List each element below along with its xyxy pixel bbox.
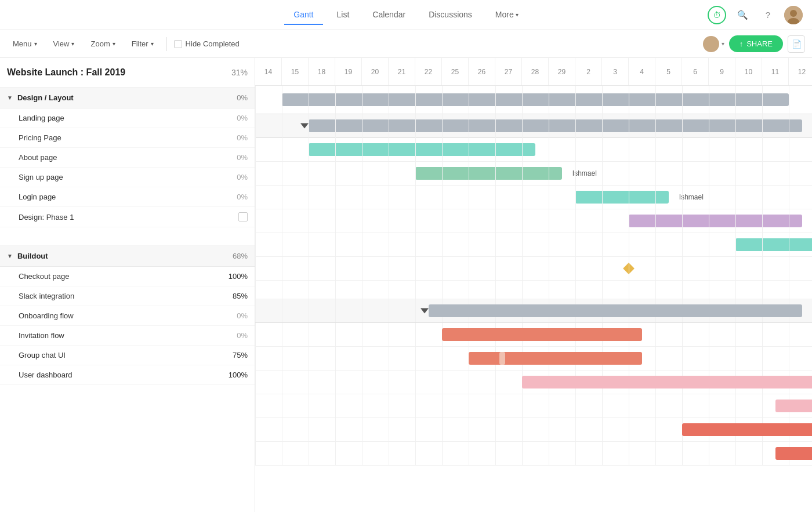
hide-completed-checkbox[interactable] [174, 40, 182, 48]
tab-discussions[interactable]: Discussions [419, 5, 481, 25]
toolbar-right: ▾ ↑ SHARE 📄 [703, 35, 805, 53]
date-col-14: 14 [255, 58, 282, 85]
date-col-15: 15 [282, 58, 309, 85]
gantt-row-spacer [255, 281, 812, 299]
date-col-5: 5 [655, 58, 682, 85]
gantt-row-buildout-group [255, 299, 812, 323]
gantt-row-login-page [255, 233, 812, 257]
gantt-bar[interactable] [415, 167, 562, 180]
task-design-phase1: Design: Phase 1 [0, 207, 255, 227]
date-col-10: 10 [735, 58, 762, 85]
gantt-bar[interactable] [522, 376, 812, 388]
date-col-11: 11 [762, 58, 789, 85]
task-signup-page: Sign up page 0% [0, 168, 255, 187]
gantt-row-about-page: Ishmael [255, 186, 812, 209]
user-avatar[interactable] [784, 6, 803, 24]
gantt-row-user-dashboard [255, 442, 812, 466]
date-col-9: 9 [709, 58, 735, 85]
chevron-down-icon: ▾ [516, 12, 519, 18]
gantt-label: Ishmael [572, 169, 597, 177]
clock-icon[interactable]: ⏱ [708, 6, 726, 24]
gantt-row-design-group [255, 114, 812, 138]
chevron-down-icon: ▾ [113, 41, 115, 47]
gantt-bar[interactable] [775, 447, 812, 460]
gantt-bar[interactable] [442, 328, 642, 341]
main-content: Website Launch : Fall 2019 31% ▼ Design … [0, 58, 812, 512]
gantt-chart: 141518192021222526272829234569101112 Ish… [255, 58, 812, 512]
project-percent: 31% [220, 68, 248, 77]
gantt-row-checkout-page [255, 323, 812, 347]
separator [166, 37, 167, 51]
task-slack-integration: Slack integration 85% [0, 286, 255, 306]
chevron-down-icon: ▾ [722, 41, 724, 47]
zoom-button[interactable]: Zoom ▾ [85, 37, 121, 51]
filter-button[interactable]: Filter ▾ [126, 37, 160, 51]
gantt-row-landing-page [255, 138, 812, 162]
date-col-20: 20 [362, 58, 389, 85]
share-icon: ↑ [740, 39, 744, 48]
group-name-design: Design / Layout [17, 93, 220, 102]
slack-remaining-bar [499, 352, 505, 365]
task-onboarding-flow: Onboarding flow 0% [0, 306, 255, 326]
gantt-bar[interactable] [309, 119, 802, 132]
date-col-21: 21 [389, 58, 415, 85]
date-col-22: 22 [415, 58, 442, 85]
gantt-body: IshmaelIshmael [255, 86, 812, 466]
gantt-header: 141518192021222526272829234569101112 [255, 58, 812, 86]
help-icon[interactable]: ? [759, 6, 777, 24]
sidebar: Website Launch : Fall 2019 31% ▼ Design … [0, 58, 255, 512]
date-col-29: 29 [549, 58, 575, 85]
task-checkout-page: Checkout page 100% [0, 267, 255, 286]
gantt-bar[interactable] [469, 352, 642, 365]
toolbar: Menu ▾ View ▾ Zoom ▾ Filter ▾ Hide Compl… [0, 30, 812, 58]
gantt-bar[interactable] [309, 143, 535, 156]
view-button[interactable]: View ▾ [48, 37, 81, 51]
gantt-row-onboarding-flow [255, 371, 812, 394]
share-button[interactable]: ↑ SHARE [729, 35, 783, 52]
gantt-bar[interactable] [282, 93, 789, 106]
group-percent-buildout: 68% [220, 252, 248, 260]
gantt-bar[interactable] [429, 304, 802, 317]
date-col-28: 28 [522, 58, 549, 85]
collapse-triangle-buildout [420, 308, 429, 314]
gantt-bar[interactable] [575, 191, 669, 204]
task-user-dashboard: User dashboard 100% [0, 365, 255, 385]
gantt-row-project [255, 86, 812, 114]
gantt-bar[interactable] [775, 400, 812, 412]
hide-completed-toggle[interactable]: Hide Completed [174, 39, 240, 48]
nav-tabs: Gantt List Calendar Discussions More ▾ [284, 5, 527, 24]
collapse-triangle [300, 124, 309, 129]
document-icon: 📄 [792, 39, 802, 49]
tab-more[interactable]: More ▾ [486, 5, 528, 25]
top-nav: Gantt List Calendar Discussions More ▾ ⏱… [0, 0, 812, 30]
group-name-buildout: Buildout [17, 252, 220, 260]
milestone-checkbox [238, 212, 248, 221]
gantt-row-pricing-page: Ishmael [255, 162, 812, 186]
menu-button[interactable]: Menu ▾ [7, 37, 43, 51]
spacer-after-design [0, 227, 255, 246]
print-button[interactable]: 📄 [788, 35, 805, 53]
gantt-bar[interactable] [629, 215, 802, 227]
gantt-row-group-chat-ui [255, 418, 812, 442]
gantt-bar[interactable] [735, 238, 812, 251]
gantt-row-invitation-flow [255, 394, 812, 418]
date-col-4: 4 [629, 58, 655, 85]
project-header: Website Launch : Fall 2019 31% [0, 58, 255, 88]
gantt-bar[interactable] [682, 423, 812, 436]
date-col-3: 3 [602, 58, 629, 85]
search-icon[interactable]: 🔍 [733, 6, 752, 24]
user-filter[interactable]: ▾ [703, 36, 724, 52]
tab-list[interactable]: List [328, 5, 359, 25]
task-invitation-flow: Invitation flow 0% [0, 326, 255, 346]
task-pricing-page: Pricing Page 0% [0, 128, 255, 148]
tab-gantt[interactable]: Gantt [284, 5, 322, 25]
date-col-26: 26 [469, 58, 495, 85]
task-about-page: About page 0% [0, 148, 255, 168]
tab-calendar[interactable]: Calendar [363, 5, 415, 25]
date-col-19: 19 [335, 58, 362, 85]
group-buildout[interactable]: ▼ Buildout 68% [0, 246, 255, 267]
gantt-row-slack-integration [255, 347, 812, 371]
group-design-layout[interactable]: ▼ Design / Layout 0% [0, 88, 255, 108]
date-col-6: 6 [682, 58, 709, 85]
gantt-row-signup-page [255, 209, 812, 233]
